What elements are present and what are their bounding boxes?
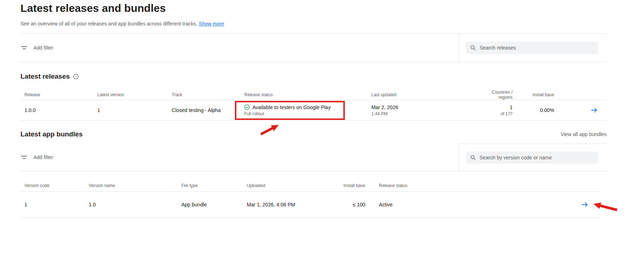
release-status-cell: Active [365, 202, 451, 207]
column-header: Uploaded [247, 183, 329, 188]
bundles-search-area [459, 144, 607, 171]
last-updated-cell: Mar 2, 2026 1:44 PM [371, 104, 479, 116]
releases-searchbox[interactable] [466, 42, 598, 54]
countries-of-total: of 177 [479, 111, 513, 116]
bundles-table-header: Version code Version name File type Uplo… [20, 179, 600, 192]
search-icon [470, 45, 476, 51]
releases-heading: Latest releases [20, 73, 70, 80]
release-row[interactable]: 1.0.0 1 Closed testing - Alpha Available… [20, 100, 607, 121]
bundles-toolbar: Add filter [20, 144, 607, 171]
release-status-subtext: Full rollout [244, 111, 371, 116]
column-header: Release status [244, 92, 371, 97]
releases-heading-row: Latest releases ? [20, 73, 79, 80]
help-icon: ? [73, 74, 79, 79]
column-header: Version name [89, 183, 181, 188]
view-all-app-bundles-button[interactable]: View all app bundles [561, 131, 607, 137]
bundles-section-head: Latest app bundles View all app bundles [20, 130, 607, 138]
releases-filter-area: Add filter [20, 34, 459, 62]
page-title: Latest releases and bundles [20, 2, 166, 14]
last-updated-time: 1:44 PM [371, 111, 479, 116]
latest-version-cell: 1 [97, 107, 172, 113]
releases-add-filter-button[interactable]: Add filter [20, 45, 53, 51]
release-name-cell: 1.0.0 [20, 107, 97, 113]
column-header: Latest version [97, 92, 172, 97]
bundles-add-filter-button[interactable]: Add filter [20, 154, 53, 160]
last-updated-date: Mar 2, 2026 [371, 104, 398, 110]
help-button[interactable]: ? [73, 74, 79, 79]
bundles-searchbox[interactable] [466, 151, 598, 164]
bundles-filter-area: Add filter [20, 144, 459, 171]
search-icon [470, 155, 476, 160]
open-release-button[interactable] [590, 107, 598, 113]
arrow-right-icon [591, 108, 598, 113]
releases-toolbar: Add filter [20, 33, 607, 62]
countries-cell: 1 of 177 [479, 104, 513, 116]
open-bundle-button[interactable] [581, 201, 589, 208]
column-header: Release status [365, 183, 451, 188]
bundle-row[interactable]: 1 1.0 App bundle Mar 1, 2026, 4:08 PM ≤ … [20, 192, 600, 218]
column-header: Install base [513, 92, 554, 97]
svg-text:?: ? [75, 75, 77, 78]
search-bundles-input[interactable] [479, 155, 594, 160]
column-header: Release [20, 92, 97, 97]
column-header: Last updated [371, 92, 479, 97]
bundles-table: Version code Version name File type Uplo… [20, 179, 600, 218]
column-header: Track [172, 92, 244, 97]
releases-table-header: Release Latest version Track Release sta… [20, 90, 607, 100]
check-circle-icon [244, 104, 250, 110]
uploaded-cell: Mar 1, 2026, 4:08 PM [247, 202, 329, 207]
releases-search-area [459, 34, 607, 62]
file-type-cell: App bundle [181, 202, 247, 207]
bundles-heading-row: Latest app bundles [20, 130, 83, 138]
install-base-cell: ≤ 100 [329, 202, 365, 207]
search-releases-input[interactable] [479, 45, 594, 51]
filter-icon [21, 155, 27, 159]
column-header: File type [181, 183, 247, 188]
release-status-text: Available to testers on Google Play [252, 104, 331, 110]
column-header: Countries / regions [479, 90, 513, 100]
release-status-cell: Available to testers on Google Play Full… [244, 104, 371, 116]
version-name-cell: 1.0 [89, 202, 181, 207]
releases-section-head: Latest releases ? [20, 73, 607, 80]
releases-table: Release Latest version Track Release sta… [20, 90, 607, 121]
track-cell: Closed testing - Alpha [172, 107, 244, 113]
version-code-cell: 1 [20, 202, 89, 207]
add-filter-label: Add filter [33, 154, 53, 160]
column-header: Install base [329, 183, 365, 188]
column-header: Version code [20, 183, 89, 188]
page-subtitle: See an overview of all of your releases … [20, 21, 197, 27]
arrow-right-icon [582, 202, 588, 207]
countries-count: 1 [510, 104, 513, 110]
filter-icon [21, 46, 27, 50]
install-base-cell: 0.00% [513, 107, 554, 113]
show-more-link[interactable]: Show more [199, 21, 224, 27]
add-filter-label: Add filter [33, 45, 53, 51]
bundles-heading: Latest app bundles [20, 130, 83, 138]
page-subtitle-row: See an overview of all of your releases … [20, 21, 224, 27]
